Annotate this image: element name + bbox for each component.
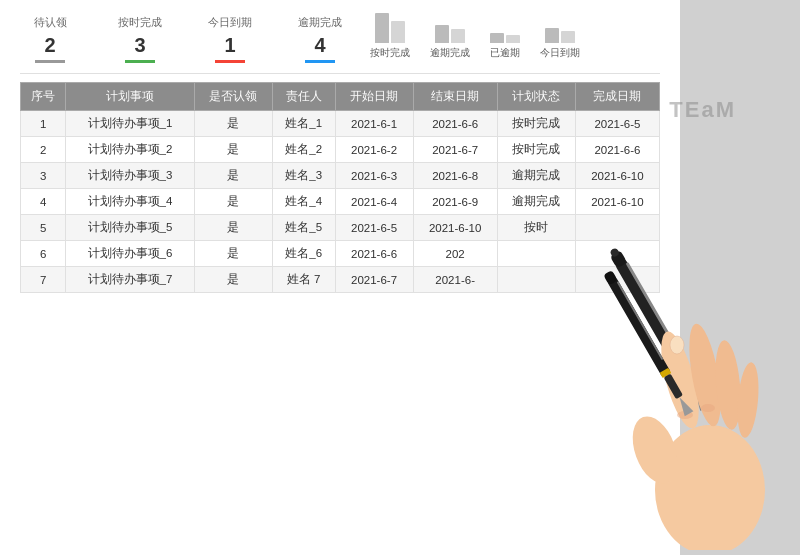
- table-cell: [575, 215, 659, 241]
- stat-today-value: 1: [224, 34, 235, 57]
- table-cell: 3: [21, 163, 66, 189]
- stat-overdue-line: [305, 60, 335, 63]
- document: 待认领 2 按时完成 3 今日到期 1 逾期完成 4: [0, 0, 680, 555]
- table-row: 7计划待办事项_7是姓名 72021-6-72021-6-: [21, 267, 660, 293]
- chart-item-ontime: 按时完成: [370, 13, 410, 60]
- table-cell: 2: [21, 137, 66, 163]
- table-cell: 是: [194, 137, 272, 163]
- stat-pending: 待认领 2: [20, 15, 80, 63]
- table-cell: 2021-6-10: [575, 163, 659, 189]
- table-cell: 5: [21, 215, 66, 241]
- table-cell: 姓名_1: [272, 111, 335, 137]
- page-container: 待认领 2 按时完成 3 今日到期 1 逾期完成 4: [0, 0, 800, 555]
- table-cell: 2021-6-6: [413, 111, 497, 137]
- chart-item-overdue: 已逾期: [490, 33, 520, 60]
- th-confirmed: 是否认领: [194, 83, 272, 111]
- chart-bar-late-1: [435, 25, 449, 43]
- stat-today-line: [215, 60, 245, 63]
- table-cell: 2021-6-8: [413, 163, 497, 189]
- th-id: 序号: [21, 83, 66, 111]
- table-cell: 1: [21, 111, 66, 137]
- chart-item-today: 今日到期: [540, 28, 580, 60]
- table-cell: 2021-6-6: [335, 241, 413, 267]
- data-table: 序号 计划事项 是否认领 责任人 开始日期 结束日期 计划状态 完成日期 1计划…: [20, 82, 660, 293]
- table-cell: 是: [194, 215, 272, 241]
- table-cell: 是: [194, 111, 272, 137]
- table-cell: 202: [413, 241, 497, 267]
- stats-left: 待认领 2 按时完成 3 今日到期 1 逾期完成 4: [20, 10, 360, 63]
- table-cell: 计划待办事项_6: [66, 241, 194, 267]
- table-cell: 2021-6-5: [575, 111, 659, 137]
- th-item: 计划事项: [66, 83, 194, 111]
- table-row: 4计划待办事项_4是姓名_42021-6-42021-6-9逾期完成2021-6…: [21, 189, 660, 215]
- table-cell: [575, 241, 659, 267]
- stat-today-label: 今日到期: [208, 15, 252, 30]
- table-row: 3计划待办事项_3是姓名_32021-6-32021-6-8逾期完成2021-6…: [21, 163, 660, 189]
- table-row: 6计划待办事项_6是姓名_62021-6-6202: [21, 241, 660, 267]
- table-cell: 是: [194, 267, 272, 293]
- chart-label-ontime: 按时完成: [370, 46, 410, 60]
- table-cell: 计划待办事项_4: [66, 189, 194, 215]
- table-cell: 是: [194, 163, 272, 189]
- stat-today: 今日到期 1: [200, 15, 260, 63]
- table-cell: 2021-6-7: [335, 267, 413, 293]
- table-cell: 2021-6-10: [413, 215, 497, 241]
- table-cell: 是: [194, 189, 272, 215]
- table-cell: 计划待办事项_3: [66, 163, 194, 189]
- table-cell: 姓名 7: [272, 267, 335, 293]
- table-cell: 按时完成: [497, 137, 575, 163]
- th-start: 开始日期: [335, 83, 413, 111]
- table-cell: 计划待办事项_5: [66, 215, 194, 241]
- table-cell: 按时完成: [497, 111, 575, 137]
- table-cell: 姓名_2: [272, 137, 335, 163]
- table-cell: 7: [21, 267, 66, 293]
- table-cell: 姓名_4: [272, 189, 335, 215]
- stat-overdue: 逾期完成 4: [290, 15, 350, 63]
- hand-pinky: [735, 361, 762, 438]
- chart-bar-today-1: [545, 28, 559, 43]
- chart-item-late: 逾期完成: [430, 25, 470, 60]
- th-owner: 责任人: [272, 83, 335, 111]
- chart-bar-overdue-2: [506, 35, 520, 43]
- th-status: 计划状态: [497, 83, 575, 111]
- chart-bar-ontime-1: [375, 13, 389, 43]
- stat-pending-label: 待认领: [34, 15, 67, 30]
- table-cell: 2021-6-5: [335, 215, 413, 241]
- stat-ontime-value: 3: [134, 34, 145, 57]
- table-body: 1计划待办事项_1是姓名_12021-6-12021-6-6按时完成2021-6…: [21, 111, 660, 293]
- divider: [20, 73, 660, 74]
- chart-bar-overdue-visual: [490, 33, 520, 43]
- chart-bar-today-visual: [545, 28, 575, 43]
- chart-bar-today-2: [561, 31, 575, 43]
- hand-ring: [712, 339, 744, 431]
- table-cell: 是: [194, 241, 272, 267]
- chart-bar-late-2: [451, 29, 465, 43]
- table-cell: 4: [21, 189, 66, 215]
- stat-pending-value: 2: [44, 34, 55, 57]
- hand-middle: [683, 322, 727, 429]
- table-cell: 2021-6-2: [335, 137, 413, 163]
- table-cell: 2021-6-1: [335, 111, 413, 137]
- th-end: 结束日期: [413, 83, 497, 111]
- table-cell: [575, 267, 659, 293]
- chart-bar-ontime-visual: [375, 13, 405, 43]
- table-cell: 姓名_3: [272, 163, 335, 189]
- stat-ontime-line: [125, 60, 155, 63]
- stat-overdue-label: 逾期完成: [298, 15, 342, 30]
- stat-ontime: 按时完成 3: [110, 15, 170, 63]
- pen-nib: [689, 387, 709, 411]
- table-cell: 2021-6-9: [413, 189, 497, 215]
- table-cell: 计划待办事项_1: [66, 111, 194, 137]
- table-cell: 2021-6-4: [335, 189, 413, 215]
- table-cell: [497, 241, 575, 267]
- knuckle-2: [701, 404, 715, 412]
- table-cell: 计划待办事项_7: [66, 267, 194, 293]
- table-cell: 6: [21, 241, 66, 267]
- table-cell: 2021-6-3: [335, 163, 413, 189]
- stat-pending-line: [35, 60, 65, 63]
- chart-area: 按时完成 逾期完成 已逾期: [360, 10, 660, 65]
- chart-label-overdue: 已逾期: [490, 46, 520, 60]
- chart-bar-late-visual: [435, 25, 465, 43]
- table-row: 5计划待办事项_5是姓名_52021-6-52021-6-10按时: [21, 215, 660, 241]
- stat-ontime-label: 按时完成: [118, 15, 162, 30]
